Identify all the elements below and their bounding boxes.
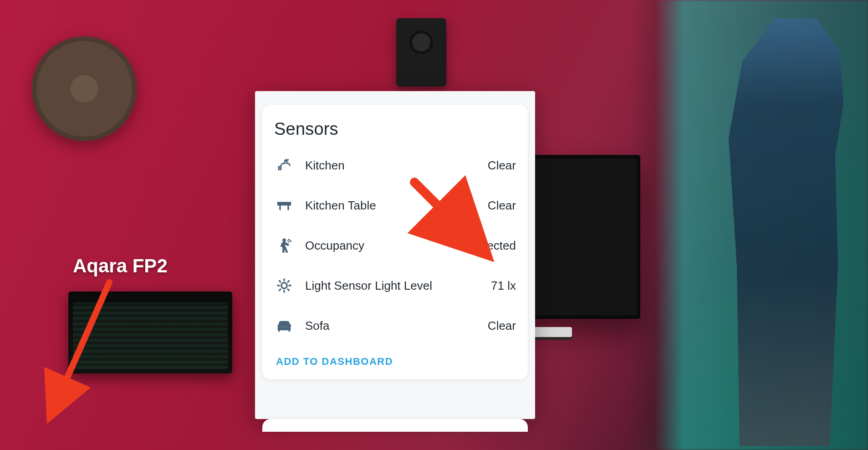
sensor-label: Sofa — [305, 319, 477, 333]
aquarium — [68, 291, 232, 373]
sensors-card-title: Sensors — [274, 119, 516, 139]
sensor-label: Occupancy — [305, 239, 458, 253]
sensor-row-light-level[interactable]: Light Sensor Light Level 71 lx — [274, 266, 516, 306]
table-icon — [274, 195, 294, 215]
wall-speaker — [396, 18, 446, 87]
sensors-card: Sensors Kitchen Clear Kitchen Table Clea… — [262, 105, 528, 379]
sensor-row-occupancy[interactable]: Occupancy Detected — [274, 225, 516, 266]
card-actions: ADD TO DASHBOARD — [274, 346, 516, 370]
sun-icon — [274, 276, 294, 296]
next-card-peek — [262, 419, 528, 432]
sofa-icon — [274, 316, 294, 336]
add-to-dashboard-button[interactable]: ADD TO DASHBOARD — [276, 356, 393, 368]
sensor-row-sofa[interactable]: Sofa Clear — [274, 306, 516, 346]
annotation-device-label: Aqara FP2 — [73, 255, 168, 277]
sensor-label: Light Sensor Light Level — [305, 279, 480, 293]
sensor-value: Clear — [488, 199, 516, 213]
motion-icon — [274, 235, 294, 256]
sensor-value: Clear — [488, 159, 516, 173]
faucet-icon — [274, 155, 294, 175]
sensor-value: Clear — [488, 319, 516, 333]
sensor-label: Kitchen — [305, 159, 477, 173]
svg-point-0 — [283, 239, 286, 241]
sensor-value: Detected — [469, 239, 516, 253]
sensor-row-kitchen-table[interactable]: Kitchen Table Clear — [274, 185, 516, 225]
sensor-row-kitchen[interactable]: Kitchen Clear — [274, 145, 516, 185]
wall-art — [32, 36, 137, 141]
svg-point-1 — [281, 283, 287, 289]
sensor-label: Kitchen Table — [305, 199, 477, 213]
sensor-value: 71 lx — [491, 279, 516, 293]
